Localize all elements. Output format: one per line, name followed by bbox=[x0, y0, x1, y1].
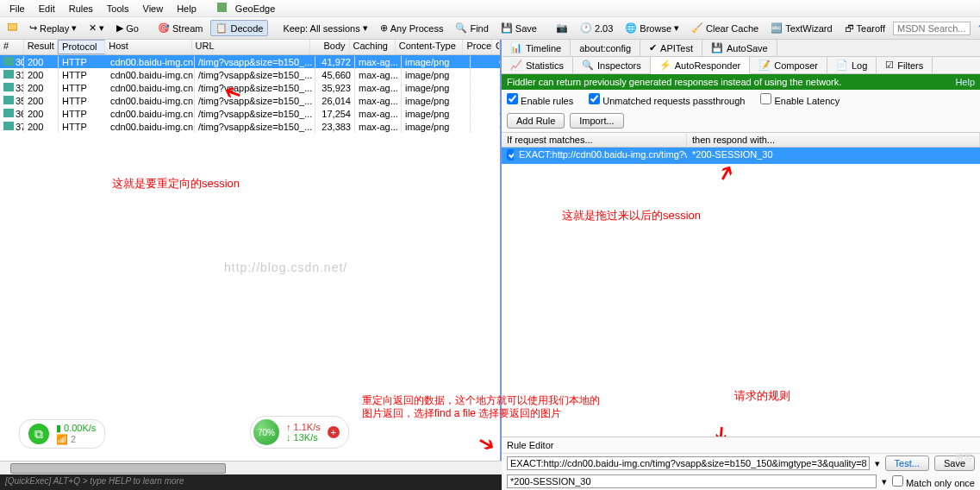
menu-tools[interactable]: Tools bbox=[101, 2, 135, 16]
annotation-right1: 这就是拖过来以后的session bbox=[562, 208, 701, 223]
tab-filt-label: Filters bbox=[897, 60, 923, 71]
save-button[interactable]: 💾 Save bbox=[496, 21, 541, 35]
dropdown-icon[interactable]: ▾ bbox=[875, 458, 880, 469]
any-process-button[interactable]: ⊕ Any Process bbox=[376, 21, 448, 35]
col-protocol[interactable]: Protocol bbox=[58, 40, 105, 54]
tab-timeline-label: Timeline bbox=[526, 43, 561, 53]
tab-insp-label: Inspectors bbox=[597, 60, 641, 71]
horizontal-scrollbar[interactable] bbox=[0, 461, 502, 474]
menu-help[interactable]: Help bbox=[171, 2, 203, 16]
action-input[interactable] bbox=[507, 474, 877, 488]
geoedge-icon bbox=[217, 3, 227, 12]
textwiz-label: TextWizard bbox=[785, 23, 832, 34]
comment-button[interactable] bbox=[3, 22, 22, 35]
bar-icon: ▮ bbox=[56, 423, 61, 433]
tab-autosave[interactable]: 💾 AutoSave bbox=[702, 40, 777, 56]
session-row[interactable]: 31200HTTPcdn00.baidu-img.cn/timg?vsapp&s… bbox=[0, 68, 500, 81]
speedball-widget[interactable]: 70% ↑ 1.1K/s ↓ 13K/s + bbox=[250, 416, 349, 449]
menu-rules[interactable]: Rules bbox=[63, 2, 99, 16]
tab-about[interactable]: about:config bbox=[571, 40, 640, 56]
go-button[interactable]: ▶ Go bbox=[112, 21, 143, 35]
col-process[interactable]: Process bbox=[463, 40, 492, 54]
tab-autoresponder[interactable]: ⚡ AutoResponder bbox=[651, 57, 750, 74]
col-result[interactable]: Result bbox=[24, 40, 58, 54]
replay-button[interactable]: ↪ Replay ▾ bbox=[25, 21, 81, 35]
session-row[interactable]: 37200HTTPcdn00.baidu-img.cn/timg?vsapp&s… bbox=[0, 120, 500, 133]
unmatched-checkbox[interactable]: Unmatched requests passthrough bbox=[589, 93, 745, 106]
tab-log-label: Log bbox=[852, 60, 867, 71]
clear-label: Clear Cache bbox=[706, 23, 758, 34]
upper-tab-bar: 📊 Timeline about:config ✔ APITest 💾 Auto… bbox=[502, 40, 980, 57]
rule-checkbox[interactable] bbox=[507, 149, 514, 160]
grid-header: # Result Protocol Host URL Body Caching … bbox=[0, 40, 500, 55]
menu-view[interactable]: View bbox=[137, 2, 170, 16]
menu-bar: File Edit Rules Tools View Help GeoEdge bbox=[0, 0, 980, 17]
wifi-up: 0.00K/s bbox=[64, 423, 96, 433]
tab-auto-label: AutoResponder bbox=[675, 60, 740, 71]
ver-label: 2.03 bbox=[595, 23, 613, 34]
menu-edit[interactable]: Edit bbox=[33, 2, 61, 16]
col-comments[interactable]: Co bbox=[492, 40, 500, 54]
wifi-widget[interactable]: ⧉ ▮ 0.00K/s 📶 2 bbox=[19, 419, 105, 449]
latency-checkbox[interactable]: Enable Latency bbox=[760, 93, 840, 106]
speed-up: 1.1K/s bbox=[294, 422, 321, 432]
keep-label: Keep: All sessions bbox=[283, 23, 359, 34]
import-button[interactable]: Import... bbox=[570, 113, 623, 129]
test-button[interactable]: Test... bbox=[885, 455, 929, 471]
watermark-url: http://blog.csdn.net/ bbox=[224, 261, 347, 274]
col-body[interactable]: Body bbox=[310, 40, 349, 54]
rule-row[interactable]: EXACT:http://cdn00.baidu-img.cn/timg?vsa… bbox=[502, 148, 980, 164]
browse-button[interactable]: 🌐 Browse ▾ bbox=[621, 21, 684, 35]
session-row[interactable]: 33200HTTPcdn00.baidu-img.cn/timg?vsapp&s… bbox=[0, 81, 500, 94]
expand-icon[interactable]: + bbox=[328, 426, 340, 438]
matchonly-label: Match only once bbox=[906, 478, 975, 488]
scrollbar-thumb[interactable] bbox=[10, 463, 226, 474]
match-only-once-checkbox[interactable]: Match only once bbox=[892, 475, 975, 488]
go-label: Go bbox=[126, 23, 139, 34]
decode-button[interactable]: 📋 Decode bbox=[210, 20, 268, 36]
remove-button[interactable]: ✕ ▾ bbox=[84, 21, 109, 35]
menu-file[interactable]: File bbox=[3, 2, 31, 16]
geoedge-button[interactable]: GeoEdge bbox=[211, 1, 288, 16]
tab-composer[interactable]: 📝 Composer bbox=[750, 57, 827, 73]
textwizard-button[interactable]: 🔤 TextWizard bbox=[766, 21, 836, 35]
tab-statistics[interactable]: 📈 Statistics bbox=[502, 57, 573, 73]
dropdown-icon[interactable]: ▾ bbox=[882, 476, 887, 487]
col-caching[interactable]: Caching bbox=[350, 40, 396, 54]
help-button[interactable]: ? bbox=[974, 22, 980, 35]
col-respond[interactable]: then respond with... bbox=[687, 133, 980, 147]
find-button[interactable]: 🔍 Find bbox=[451, 21, 492, 35]
version-label: 🕐 2.03 bbox=[576, 21, 617, 35]
options-row: Enable rules Unmatched requests passthro… bbox=[502, 90, 980, 110]
clear-cache-button[interactable]: 🧹 Clear Cache bbox=[687, 21, 763, 35]
tab-filters[interactable]: ☑ Filters bbox=[877, 57, 933, 73]
help-link[interactable]: Help bbox=[955, 77, 975, 87]
session-row[interactable]: 30200HTTPcdn00.baidu-img.cn/timg?vsapp&s… bbox=[0, 55, 500, 68]
rule-list-header: If request matches... then respond with.… bbox=[502, 132, 980, 148]
add-rule-button[interactable]: Add Rule bbox=[507, 113, 565, 129]
tab-apitest[interactable]: ✔ APITest bbox=[640, 40, 702, 56]
stream-button[interactable]: 🎯 Stream bbox=[153, 21, 207, 35]
col-match[interactable]: If request matches... bbox=[502, 133, 687, 147]
button-row: Add Rule Import... bbox=[502, 110, 980, 132]
col-contenttype[interactable]: Content-Type bbox=[396, 40, 464, 54]
browse-label: Browse bbox=[640, 23, 671, 34]
tab-inspectors[interactable]: 🔍 Inspectors bbox=[573, 57, 651, 73]
screenshot-button[interactable]: 📷 bbox=[552, 21, 572, 35]
session-row[interactable]: 36200HTTPcdn00.baidu-img.cn/timg?vsapp&s… bbox=[0, 107, 500, 120]
col-num[interactable]: # bbox=[0, 40, 24, 54]
session-row[interactable]: 35200HTTPcdn00.baidu-img.cn/timg?vsapp&s… bbox=[0, 94, 500, 107]
col-host[interactable]: Host bbox=[105, 40, 191, 54]
tab-log[interactable]: 📄 Log bbox=[827, 57, 877, 73]
match-input[interactable] bbox=[507, 456, 870, 470]
tab-comp-label: Composer bbox=[774, 60, 818, 71]
enable-label: Enable rules bbox=[521, 96, 573, 106]
wifi-stats: ▮ 0.00K/s 📶 2 bbox=[56, 423, 96, 445]
geoedge-label: GeoEdge bbox=[229, 2, 281, 16]
col-url[interactable]: URL bbox=[192, 40, 311, 54]
enable-rules-checkbox[interactable]: Enable rules bbox=[507, 93, 573, 106]
msdn-search-input[interactable] bbox=[893, 22, 971, 35]
tab-timeline[interactable]: 📊 Timeline bbox=[502, 40, 571, 56]
tearoff-button[interactable]: 🗗 Tearoff bbox=[840, 22, 889, 35]
keep-sessions-dropdown[interactable]: Keep: All sessions ▾ bbox=[278, 21, 371, 35]
